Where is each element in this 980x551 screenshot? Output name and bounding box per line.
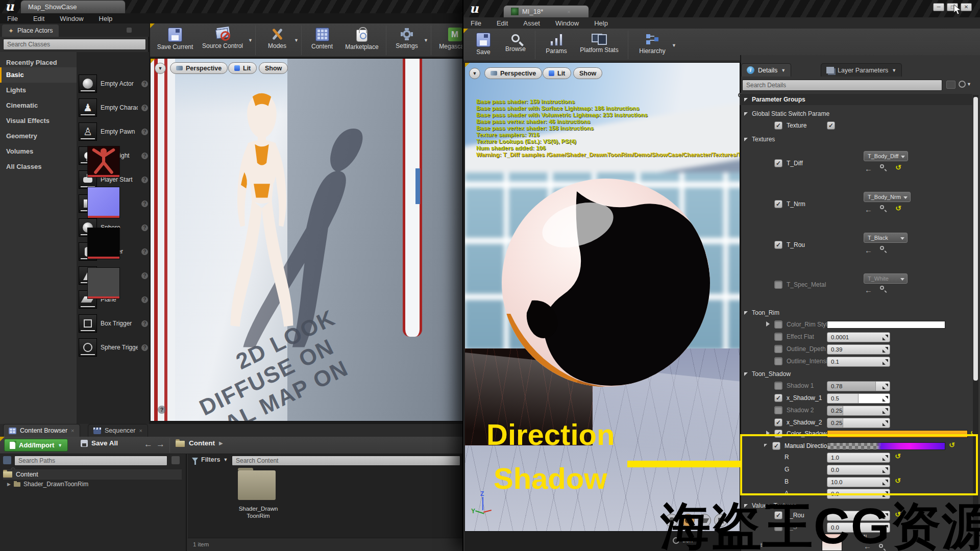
category-geometry[interactable]: Geometry bbox=[0, 129, 77, 144]
help-icon[interactable]: ? bbox=[141, 153, 148, 159]
close-icon[interactable]: × bbox=[71, 428, 74, 434]
help-icon[interactable]: ? bbox=[141, 81, 148, 87]
left-window-tab[interactable]: Map_ShowCase bbox=[20, 0, 126, 13]
checkbox[interactable] bbox=[774, 320, 782, 329]
menu-edit[interactable]: Edit bbox=[497, 19, 508, 27]
checkbox[interactable] bbox=[774, 281, 782, 289]
actor-empty-pawn[interactable]: ♙ Empty Pawn ? bbox=[79, 120, 148, 143]
breadcrumb[interactable]: Content ▶ bbox=[176, 439, 223, 447]
sources-toggle-icon[interactable] bbox=[3, 456, 11, 464]
search-classes-input[interactable] bbox=[3, 39, 146, 50]
parameter-groups-header[interactable]: Parameter Groups bbox=[740, 94, 972, 105]
pin-icon[interactable] bbox=[127, 28, 132, 33]
asset-dropdown-t-diff[interactable]: T_Body_Diff bbox=[864, 151, 908, 161]
browse-to-asset-icon[interactable] bbox=[880, 205, 884, 209]
actor-box-trigger[interactable]: Box Trigger ? bbox=[79, 312, 148, 335]
platform-stats-button[interactable]: Platform Stats bbox=[575, 33, 624, 54]
params-button[interactable]: Params bbox=[541, 33, 572, 55]
add-import-button[interactable]: Add/Import▼ bbox=[4, 439, 68, 452]
value-spinner[interactable]: 0.25 bbox=[827, 418, 890, 428]
value-spinner[interactable]: 0.5 bbox=[827, 393, 890, 404]
show-button[interactable]: Show bbox=[573, 67, 602, 79]
tree-item-content[interactable]: Content bbox=[3, 469, 182, 480]
menu-help[interactable]: Help bbox=[99, 15, 113, 22]
checkbox[interactable]: ✓ bbox=[774, 241, 782, 249]
perspective-button[interactable]: Perspective bbox=[484, 67, 542, 79]
checkbox[interactable]: ✓ bbox=[774, 394, 782, 402]
reset-icon[interactable]: ↺ bbox=[895, 163, 901, 171]
category-lights[interactable]: Lights bbox=[0, 83, 77, 98]
help-icon[interactable]: ? bbox=[141, 344, 148, 351]
browse-button[interactable]: Browse bbox=[500, 33, 531, 53]
category-cinematic[interactable]: Cinematic bbox=[0, 98, 77, 113]
use-selected-icon[interactable]: ← bbox=[865, 205, 872, 214]
help-icon[interactable]: ? bbox=[141, 224, 148, 231]
tab-details[interactable]: i Details▼ bbox=[741, 63, 791, 77]
reset-icon[interactable]: ↺ bbox=[895, 204, 901, 212]
category-all-classes[interactable]: All Classes bbox=[0, 159, 77, 174]
category-basic[interactable]: Basic bbox=[0, 67, 77, 83]
texture-thumbnail-t-body-nrm[interactable] bbox=[87, 187, 120, 218]
left-viewport[interactable]: 2D LOOK DIFFUSE ON AL MAP ON ▼ Perspecti… bbox=[150, 58, 464, 421]
checkbox[interactable] bbox=[774, 333, 782, 341]
group-textures[interactable]: Textures bbox=[740, 134, 972, 145]
texture-thumbnail-t-white[interactable] bbox=[87, 267, 120, 299]
group-toon-shadow[interactable]: Toon_Shadow bbox=[740, 368, 972, 380]
view-options-icon[interactable]: ▼ bbox=[959, 81, 971, 88]
show-button[interactable]: Show bbox=[259, 62, 288, 74]
save-button[interactable]: Save bbox=[471, 33, 496, 56]
settings-button[interactable]: Settings bbox=[391, 28, 423, 49]
viewport-options-button[interactable]: ▼ bbox=[469, 68, 480, 79]
tree-item-shader-drawntoonrim[interactable]: ▶ Shader_DrawnToonRim bbox=[7, 481, 88, 488]
value-checkbox[interactable]: ✓ bbox=[827, 121, 835, 130]
viewport-options-button[interactable]: ▼ bbox=[155, 63, 166, 74]
search-details-field[interactable] bbox=[742, 80, 942, 91]
help-icon[interactable]: ? bbox=[141, 105, 148, 111]
tab-content-browser[interactable]: Content Browser× bbox=[3, 424, 80, 437]
close-icon[interactable]: × bbox=[567, 9, 570, 15]
checkbox[interactable]: ✓ bbox=[774, 200, 782, 208]
value-spinner[interactable]: 0.0001 bbox=[827, 332, 890, 342]
lit-button[interactable]: Lit bbox=[543, 67, 571, 79]
expander-icon[interactable]: ▶ bbox=[7, 482, 11, 487]
checkbox[interactable] bbox=[774, 406, 782, 414]
actor-empty-actor[interactable]: Empty Actor ? bbox=[79, 72, 148, 95]
close-button[interactable]: ✕ bbox=[961, 3, 972, 11]
help-icon[interactable]: ? bbox=[141, 272, 148, 279]
use-selected-icon[interactable]: ← bbox=[865, 246, 872, 255]
texture-thumbnail-t-body-diff[interactable] bbox=[87, 146, 120, 178]
filters-button[interactable]: Filters ▼ bbox=[192, 456, 228, 463]
perspective-button[interactable]: Perspective bbox=[170, 62, 228, 74]
search-paths-field[interactable] bbox=[14, 456, 167, 466]
close-icon[interactable]: × bbox=[139, 428, 142, 434]
asset-dropdown-t-nrm[interactable]: T_Body_Nrm bbox=[864, 192, 911, 202]
menu-file[interactable]: File bbox=[471, 19, 481, 27]
value-spinner[interactable]: 0.78 bbox=[827, 381, 890, 391]
search-classes-field[interactable] bbox=[3, 39, 146, 50]
marketplace-button[interactable]: Marketplace bbox=[340, 28, 384, 51]
checkbox[interactable]: ✓ bbox=[774, 159, 782, 167]
menu-window[interactable]: Window bbox=[60, 15, 83, 22]
path-options-icon[interactable] bbox=[172, 456, 180, 464]
use-selected-icon[interactable]: ← bbox=[865, 164, 872, 173]
menu-file[interactable]: File bbox=[7, 15, 18, 22]
color-swatch-white[interactable] bbox=[827, 321, 945, 329]
checkbox[interactable] bbox=[774, 345, 782, 353]
scrollbar-thumb[interactable] bbox=[973, 97, 978, 381]
texture-thumbnail-t-black[interactable] bbox=[87, 228, 120, 259]
checkbox[interactable]: ✓ bbox=[774, 418, 782, 427]
actor-sphere-trigger[interactable]: Sphere Trigger ? bbox=[79, 336, 148, 359]
chevron-down-icon[interactable]: ▼ bbox=[294, 38, 299, 43]
search-content-input[interactable] bbox=[232, 456, 460, 466]
save-all-button[interactable]: Save All bbox=[81, 439, 118, 447]
search-content-field[interactable] bbox=[232, 456, 460, 466]
category-volumes[interactable]: Volumes bbox=[0, 144, 77, 159]
search-paths-input[interactable] bbox=[14, 456, 167, 466]
help-icon[interactable]: ? bbox=[141, 248, 148, 255]
menu-help[interactable]: Help bbox=[594, 19, 608, 27]
modes-button[interactable]: Modes bbox=[261, 28, 293, 49]
category-visual-effects[interactable]: Visual Effects bbox=[0, 113, 77, 129]
lit-button[interactable]: Lit bbox=[228, 62, 257, 74]
browse-to-asset-icon[interactable] bbox=[880, 246, 884, 250]
value-spinner[interactable]: 0.39 bbox=[827, 344, 890, 355]
